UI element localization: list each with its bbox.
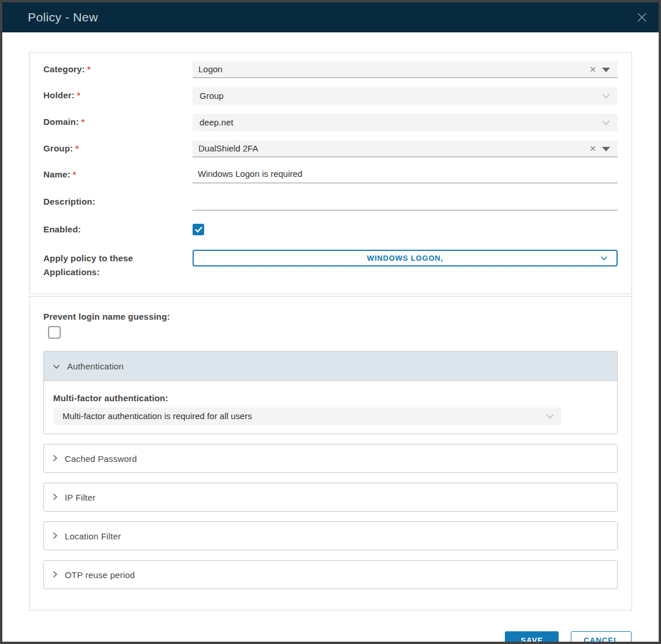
name-input[interactable]: Windows Logon is required [193, 166, 618, 183]
dialog-footer: SAVE CANCEL [29, 631, 632, 644]
accordion-otp-reuse-period-title: OTP reuse period [65, 570, 135, 580]
category-row: Category:* Logon ✕ [43, 61, 618, 78]
prevent-login-guessing-checkbox[interactable] [48, 326, 61, 339]
group-clear-icon[interactable]: ✕ [589, 140, 596, 157]
applications-row: Apply policy to these Applications: WIND… [43, 250, 618, 279]
domain-row: Domain:* deep.net [43, 114, 618, 131]
domain-select[interactable]: deep.net [193, 114, 618, 131]
enabled-label: Enabled: [43, 221, 193, 238]
domain-value: deep.net [193, 114, 618, 131]
check-icon [195, 227, 202, 233]
accordion-location-filter-title: Location Filter [65, 531, 121, 541]
accordion-ip-filter-title: IP Filter [65, 493, 95, 502]
holder-label: Holder:* [43, 87, 193, 105]
required-asterisk: * [75, 143, 79, 153]
domain-chevron-down-icon [601, 120, 611, 125]
accordion-cached-password-header[interactable]: Cached Password [44, 445, 617, 472]
chevron-right-icon [53, 531, 58, 541]
accordion-ip-filter-header[interactable]: IP Filter [44, 483, 617, 511]
accordion-authentication-header[interactable]: Authentication [44, 351, 617, 380]
group-value: DualShield 2FA [193, 140, 618, 157]
holder-row: Holder:* Group [43, 87, 618, 105]
holder-chevron-down-icon [601, 93, 611, 99]
accordion-location-filter-header[interactable]: Location Filter [44, 522, 617, 550]
applications-value: WINDOWS LOGON, [367, 254, 444, 262]
category-value: Logon [193, 61, 618, 77]
accordion-location-filter: Location Filter [43, 521, 618, 550]
close-icon[interactable] [634, 10, 649, 25]
chevron-right-icon [53, 493, 58, 502]
description-input[interactable] [193, 194, 618, 210]
group-combobox[interactable]: DualShield 2FA ✕ [193, 140, 618, 157]
dialog-header: Policy - New [2, 2, 659, 32]
accordion-cached-password: Cached Password [43, 444, 618, 473]
mfa-label: Multi-factor authentication: [53, 393, 608, 403]
required-asterisk: * [77, 90, 80, 100]
category-combobox[interactable]: Logon ✕ [193, 61, 618, 78]
chevron-right-icon [53, 454, 58, 464]
name-row: Name:* Windows Logon is required [43, 166, 618, 183]
required-asterisk: * [87, 64, 91, 74]
dialog-title: Policy - New [28, 10, 98, 24]
holder-select[interactable]: Group [193, 87, 618, 105]
name-label: Name:* [43, 166, 193, 183]
form-panel: Category:* Logon ✕ Holder:* Group [29, 52, 632, 294]
accordion-otp-reuse-period: OTP reuse period [43, 560, 618, 589]
prevent-login-guessing-label: Prevent login name guessing: [43, 312, 618, 321]
accordion-authentication-title: Authentication [67, 361, 124, 371]
group-label: Group:* [43, 140, 193, 157]
required-asterisk: * [81, 117, 84, 127]
enabled-checkbox[interactable] [193, 224, 204, 235]
applications-label: Apply policy to these Applications: [43, 250, 193, 279]
enabled-row: Enabled: [43, 221, 618, 238]
cancel-button[interactable]: CANCEL [571, 631, 632, 644]
description-row: Description: [43, 194, 618, 210]
domain-label: Domain:* [43, 114, 193, 131]
group-caret-icon[interactable] [602, 147, 610, 151]
chevron-down-icon [53, 361, 60, 371]
accordion-cached-password-title: Cached Password [65, 454, 137, 464]
chevron-right-icon [53, 570, 58, 580]
accordion-otp-reuse-period-header[interactable]: OTP reuse period [44, 561, 617, 589]
policy-new-dialog: Policy - New Category:* Logon ✕ Holder:* [0, 0, 661, 644]
category-caret-icon[interactable] [602, 68, 610, 72]
category-clear-icon[interactable]: ✕ [589, 61, 596, 77]
description-label: Description: [43, 194, 193, 210]
mfa-value: Multi-factor authentication is required … [53, 408, 562, 425]
accordion-authentication-body: Multi-factor authentication: Multi-facto… [44, 380, 617, 434]
accordion-ip-filter: IP Filter [43, 483, 618, 512]
save-button[interactable]: SAVE [505, 631, 559, 644]
options-panel: Prevent login name guessing: Authenticat… [29, 296, 632, 610]
group-row: Group:* DualShield 2FA ✕ [43, 140, 618, 157]
applications-chevron-down-icon [600, 256, 608, 261]
mfa-chevron-down-icon [545, 413, 555, 419]
accordion-authentication: Authentication Multi-factor authenticati… [43, 351, 618, 434]
name-value: Windows Logon is required [193, 166, 618, 182]
applications-multiselect[interactable]: WINDOWS LOGON, [193, 250, 618, 267]
mfa-select[interactable]: Multi-factor authentication is required … [53, 408, 562, 425]
required-asterisk: * [73, 169, 76, 179]
category-label: Category:* [43, 61, 193, 78]
holder-value: Group [193, 87, 618, 105]
